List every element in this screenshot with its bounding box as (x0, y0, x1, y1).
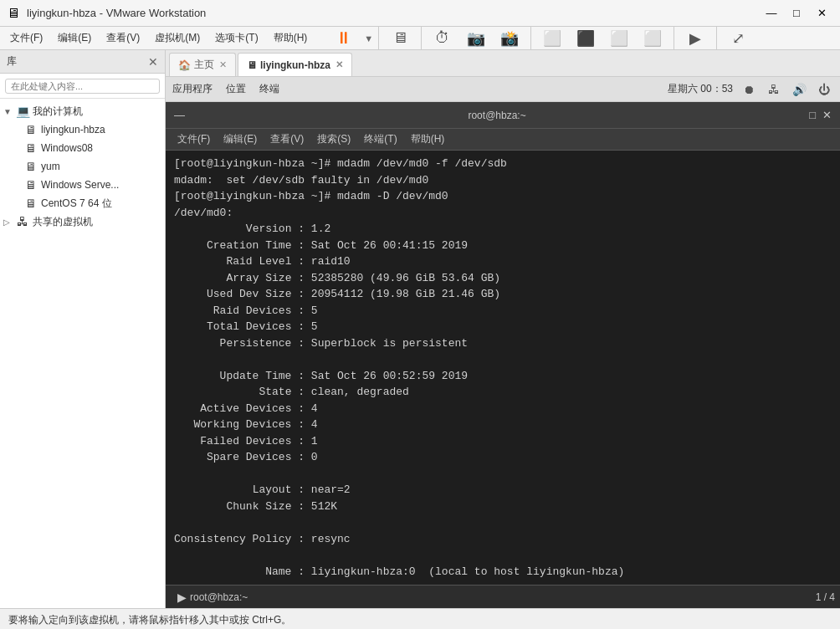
terminal-menu-search[interactable]: 搜索(S) (312, 130, 356, 148)
bottom-tab-terminal[interactable]: ▶ root@hbza:~ (171, 589, 254, 606)
vm-icon-windows-server: 🖥 (23, 178, 38, 192)
sidebar-search-input[interactable] (5, 79, 160, 94)
menu-tabs[interactable]: 选项卡(T) (208, 29, 264, 48)
computer-icon: 💻 (15, 105, 30, 118)
sidebar-item-label-centos: CentOS 7 64 位 (41, 197, 112, 211)
sidebar-header: 库 ✕ (0, 50, 165, 74)
window-title: liyingkun-hbza - VMware Workstation (27, 7, 760, 19)
sidebar-item-label-windows-server: Windows Serve... (41, 179, 119, 191)
datetime-display: 星期六 00：53 (668, 82, 733, 96)
page-indicator: 1 / 4 (816, 591, 835, 603)
terminal-close-button[interactable]: ✕ (822, 109, 832, 121)
sidebar-item-yum[interactable]: 🖥 yum (0, 157, 165, 176)
terminal-wrapper: — root@hbza:~ □ ✕ 文件(F) 编辑(E) 查看(V) 搜索(S… (166, 102, 840, 608)
terminal-menu-help[interactable]: 帮助(H) (406, 130, 450, 148)
network-button[interactable]: 🖧 (765, 80, 783, 99)
view1-button[interactable]: ⬜ (536, 23, 568, 54)
menu-help[interactable]: 帮助(H) (267, 29, 315, 48)
terminal-right-controls: □ ✕ (809, 109, 832, 121)
menu-edit[interactable]: 编辑(E) (51, 29, 98, 48)
terminal-menu-terminal[interactable]: 终端(T) (359, 130, 402, 148)
bottom-tab-bar: ▶ root@hbza:~ 1 / 4 (166, 585, 840, 608)
window-controls: — □ ✕ (760, 4, 833, 23)
sidebar-item-windows-server[interactable]: 🖥 Windows Serve... (0, 176, 165, 194)
terminal-menu-edit[interactable]: 编辑(E) (218, 130, 262, 148)
sidebar-item-windows08[interactable]: 🖥 Windows08 (0, 139, 165, 157)
status-message: 要将输入定向到该虚拟机，请将鼠标指针移入其中或按 Ctrl+G。 (8, 613, 291, 627)
subtoolbar-right: 星期六 00：53 ⏺ 🖧 🔊 ⏻ (668, 80, 833, 99)
sidebar-item-liyingkun[interactable]: 🖥 liyingkun-hbza (0, 120, 165, 139)
subtoolbar-location[interactable]: 位置 (226, 82, 246, 96)
tab-area: 🏠 主页 ✕ 🖥 liyingkun-hbza ✕ 应用程序 位置 终端 星期六… (166, 50, 840, 608)
terminal-tab-icon: ▶ (177, 591, 187, 604)
tab-vm-label: liyingkun-hbza (260, 59, 330, 71)
sidebar-item-shared-vms[interactable]: ▷ 🖧 共享的虚拟机 (0, 212, 165, 231)
tab-home-label: 主页 (194, 58, 214, 72)
console-button[interactable]: ▶ (679, 23, 711, 54)
snapshot2-button[interactable]: 📷 (460, 23, 492, 54)
record-button[interactable]: ⏺ (740, 80, 758, 99)
bottom-tab-label: root@hbza:~ (190, 591, 248, 603)
view4-button[interactable]: ⬜ (637, 23, 668, 54)
subtoolbar-apps[interactable]: 应用程序 (172, 82, 213, 96)
terminal-menu: 文件(F) 编辑(E) 查看(V) 搜索(S) 终端(T) 帮助(H) (166, 129, 840, 151)
minimize-button[interactable]: — (760, 4, 783, 23)
snapshot3-button[interactable]: 📸 (494, 23, 525, 54)
sidebar-item-label-liyingkun: liyingkun-hbza (41, 124, 105, 136)
restore-button[interactable]: □ (785, 4, 808, 23)
tab-home[interactable]: 🏠 主页 ✕ (169, 53, 236, 76)
vm-tab-icon: 🖥 (247, 59, 257, 71)
terminal-minimize-button[interactable]: — (174, 109, 185, 121)
tab-bar: 🏠 主页 ✕ 🖥 liyingkun-hbza ✕ (166, 50, 840, 77)
sidebar-item-centos[interactable]: 🖥 CentOS 7 64 位 (0, 194, 165, 212)
home-icon: 🏠 (178, 59, 191, 71)
terminal-menu-file[interactable]: 文件(F) (172, 130, 215, 148)
tab-vm[interactable]: 🖥 liyingkun-hbza ✕ (238, 53, 352, 76)
snapshot-button[interactable]: ⏱ (427, 23, 458, 54)
tab-home-close[interactable]: ✕ (219, 59, 227, 70)
sidebar-tree: ▼ 💻 我的计算机 🖥 liyingkun-hbza 🖥 Windows08 🖥… (0, 99, 165, 608)
sidebar: 库 ✕ ▼ 💻 我的计算机 🖥 liyingkun-hbza 🖥 Windows… (0, 50, 166, 608)
sidebar-item-label-windows08: Windows08 (41, 142, 93, 154)
vm-icon-windows08: 🖥 (23, 141, 38, 155)
terminal-title-bar: — root@hbza:~ □ ✕ (166, 102, 840, 129)
terminal-left-controls: — (174, 109, 185, 121)
tree-arrow-my-computer: ▼ (3, 107, 15, 116)
terminal-content[interactable]: [root@liyingkun-hbza ~]# mdadm /dev/md0 … (166, 151, 840, 585)
vm-icon-centos: 🖥 (23, 197, 38, 210)
sidebar-item-my-computer[interactable]: ▼ 💻 我的计算机 (0, 102, 165, 120)
vm-icon-yum: 🖥 (23, 160, 38, 173)
fullscreen-button[interactable]: ⤢ (722, 23, 754, 54)
view3-button[interactable]: ⬜ (603, 23, 635, 54)
sub-toolbar: 应用程序 位置 终端 星期六 00：53 ⏺ 🖧 🔊 ⏻ (166, 77, 840, 102)
sidebar-close-button[interactable]: ✕ (148, 55, 158, 69)
subtoolbar-terminal[interactable]: 终端 (259, 82, 279, 96)
vm-settings-button[interactable]: 🖥 (384, 23, 416, 54)
status-bar: 要将输入定向到该虚拟机，请将鼠标指针移入其中或按 Ctrl+G。 (0, 608, 840, 629)
app-icon: 🖥 (7, 6, 22, 21)
close-button[interactable]: ✕ (810, 4, 833, 23)
main-area: 库 ✕ ▼ 💻 我的计算机 🖥 liyingkun-hbza 🖥 Windows… (0, 50, 840, 608)
sidebar-item-label-my-computer: 我的计算机 (33, 105, 83, 119)
menu-file[interactable]: 文件(F) (3, 29, 49, 48)
sidebar-title: 库 (7, 54, 17, 69)
terminal-output: [root@liyingkun-hbza ~]# mdadm /dev/md0 … (174, 156, 832, 580)
menu-bar: 文件(F) 编辑(E) 查看(V) 虚拟机(M) 选项卡(T) 帮助(H) ⏸ … (0, 27, 840, 50)
terminal-title-text: root@hbza:~ (185, 110, 809, 121)
shared-vm-icon: 🖧 (15, 215, 30, 228)
sidebar-item-label-yum: yum (41, 161, 60, 172)
vm-icon-liyingkun: 🖥 (23, 123, 38, 136)
sidebar-search-area (0, 74, 165, 99)
menu-view[interactable]: 查看(V) (100, 29, 146, 48)
menu-vm[interactable]: 虚拟机(M) (148, 29, 207, 48)
pause-button[interactable]: ⏸ (325, 23, 362, 54)
sound-button[interactable]: 🔊 (790, 80, 808, 99)
tree-arrow-shared: ▷ (3, 217, 15, 227)
power-button[interactable]: ⏻ (815, 80, 833, 99)
terminal-restore-button[interactable]: □ (809, 109, 816, 121)
terminal-menu-view[interactable]: 查看(V) (265, 130, 309, 148)
tab-vm-close[interactable]: ✕ (335, 59, 343, 70)
sidebar-item-label-shared: 共享的虚拟机 (33, 215, 93, 229)
view2-button[interactable]: ⬛ (570, 23, 602, 54)
